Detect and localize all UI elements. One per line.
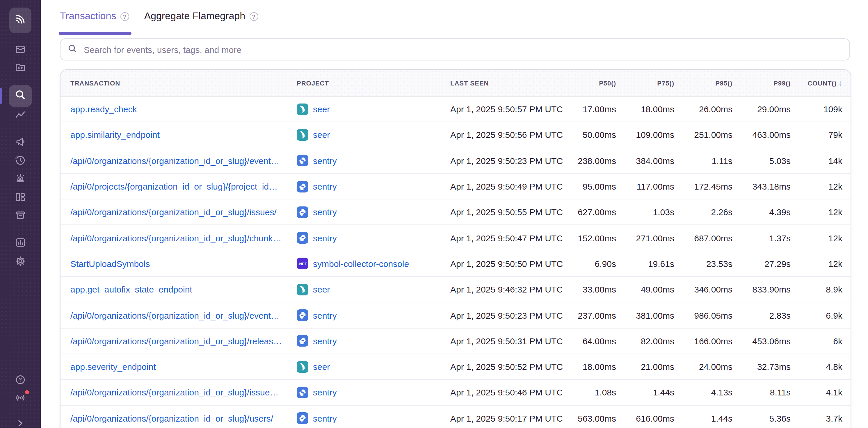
- last-seen-value: Apr 1, 2025 9:50:57 PM UTC: [450, 104, 558, 114]
- project-link[interactable]: seer: [313, 104, 330, 114]
- project-link[interactable]: seer: [313, 362, 330, 371]
- table-row[interactable]: /api/0/organizations/{organization_id_or…: [61, 303, 850, 329]
- transaction-link[interactable]: /api/0/organizations/{organization_id_or…: [70, 207, 277, 217]
- count-value: 12k: [790, 207, 842, 217]
- column-header-project[interactable]: PROJECT: [297, 79, 450, 86]
- tab-aggregate-flamegraph-help-icon[interactable]: ?: [249, 12, 258, 21]
- table-row[interactable]: app.get_autofix_state_endpoint seer Apr …: [61, 277, 850, 303]
- project-link[interactable]: sentry: [313, 413, 337, 423]
- search-input[interactable]: [83, 44, 842, 55]
- sidebar-item-replays[interactable]: [14, 155, 26, 166]
- transaction-link[interactable]: /api/0/organizations/{organization_id_or…: [70, 388, 279, 397]
- project-link[interactable]: seer: [313, 284, 330, 294]
- sidebar-item-help[interactable]: ?: [14, 374, 26, 386]
- tab-aggregate-flamegraph[interactable]: Aggregate Flamegraph ?: [144, 6, 258, 26]
- p50-value: 33.00ms: [558, 284, 616, 294]
- project-link[interactable]: seer: [313, 130, 330, 140]
- table-row[interactable]: /api/0/organizations/{organization_id_or…: [61, 199, 850, 225]
- count-value: 12k: [790, 182, 842, 191]
- sidebar-item-alerts[interactable]: [14, 173, 26, 184]
- project-link[interactable]: symbol-collector-console: [313, 259, 409, 269]
- sentry-logo-button[interactable]: [9, 7, 31, 33]
- column-header-p75[interactable]: P75(): [616, 79, 674, 86]
- sidebar-item-projects[interactable]: [14, 62, 26, 73]
- table-row[interactable]: /api/0/organizations/{organization_id_or…: [61, 148, 850, 174]
- count-value: 6.9k: [790, 310, 842, 320]
- count-value: 4.1k: [790, 388, 842, 397]
- p75-value: 117.00ms: [616, 182, 674, 191]
- megaphone-icon: [14, 136, 26, 148]
- p95-value: 251.00ms: [674, 130, 733, 140]
- column-header-p50[interactable]: P50(): [558, 79, 616, 86]
- table-row[interactable]: /api/0/organizations/{organization_id_or…: [61, 328, 850, 354]
- sidebar-item-insights[interactable]: [14, 237, 26, 248]
- sidebar-item-stats[interactable]: [14, 109, 26, 121]
- transaction-link[interactable]: app.similarity_endpoint: [70, 130, 160, 140]
- project-link[interactable]: sentry: [313, 156, 337, 165]
- table-row[interactable]: /api/0/organizations/{organization_id_or…: [61, 406, 850, 428]
- count-value: 12k: [790, 259, 842, 269]
- sidebar-expand-button[interactable]: [14, 418, 26, 428]
- sidebar-item-releases[interactable]: [14, 209, 26, 221]
- project-link[interactable]: sentry: [313, 182, 337, 191]
- sidebar-item-issues[interactable]: [14, 44, 26, 55]
- transaction-link[interactable]: app.severity_endpoint: [70, 362, 156, 371]
- transactions-table: TRANSACTION PROJECT LAST SEEN P50() P75(…: [60, 69, 851, 428]
- p50-value: 95.00ms: [558, 182, 616, 191]
- column-header-p95[interactable]: P95(): [674, 79, 733, 86]
- sidebar-item-dashboards[interactable]: [14, 191, 26, 203]
- table-row[interactable]: app.similarity_endpoint seer Apr 1, 2025…: [61, 123, 850, 148]
- sidebar-item-feedback[interactable]: [14, 136, 26, 148]
- column-header-last-seen[interactable]: LAST SEEN: [450, 79, 558, 86]
- transaction-link[interactable]: StartUploadSymbols: [70, 259, 150, 269]
- tab-transactions-help-icon[interactable]: ?: [120, 12, 129, 21]
- python-icon: [297, 206, 308, 218]
- search-icon: [67, 43, 78, 56]
- p99-value: 4.39s: [733, 207, 790, 217]
- search-icon: [14, 89, 26, 103]
- project-link[interactable]: sentry: [313, 336, 337, 346]
- transaction-link[interactable]: /api/0/organizations/{organization_id_or…: [70, 310, 280, 320]
- transaction-link[interactable]: app.ready_check: [70, 104, 137, 114]
- p99-value: 343.18ms: [733, 182, 790, 191]
- table-row[interactable]: app.severity_endpoint seer Apr 1, 2025 9…: [61, 354, 850, 380]
- table-row[interactable]: /api/0/organizations/{organization_id_or…: [61, 225, 850, 251]
- sidebar-item-settings[interactable]: [14, 255, 26, 267]
- project-link[interactable]: sentry: [313, 388, 337, 397]
- python-icon: [297, 309, 308, 321]
- column-header-transaction[interactable]: TRANSACTION: [70, 79, 297, 86]
- dotnet-icon: .NET: [297, 258, 308, 269]
- count-value: 6k: [790, 336, 842, 346]
- transaction-link[interactable]: /api/0/organizations/{organization_id_or…: [70, 336, 282, 346]
- p50-value: 18.00ms: [558, 362, 616, 371]
- column-header-count[interactable]: COUNT() ↓: [790, 78, 842, 87]
- p50-value: 64.00ms: [558, 336, 616, 346]
- seer-icon: [297, 129, 308, 141]
- table-row[interactable]: /api/0/projects/{organization_id_or_slug…: [61, 174, 850, 200]
- sidebar-item-whats-new[interactable]: [14, 392, 26, 403]
- transaction-link[interactable]: /api/0/organizations/{organization_id_or…: [70, 156, 280, 165]
- transaction-link[interactable]: app.get_autofix_state_endpoint: [70, 284, 192, 294]
- transaction-link[interactable]: /api/0/projects/{organization_id_or_slug…: [70, 182, 278, 191]
- project-link[interactable]: sentry: [313, 233, 337, 243]
- search-bar[interactable]: [60, 38, 850, 61]
- table-body: app.ready_check seer Apr 1, 2025 9:50:57…: [61, 97, 850, 428]
- p50-value: 17.00ms: [558, 104, 616, 114]
- sidebar-item-explore[interactable]: [9, 85, 32, 107]
- table-row[interactable]: /api/0/organizations/{organization_id_or…: [61, 380, 850, 406]
- tab-transactions[interactable]: Transactions ?: [60, 6, 129, 26]
- app-window: ?: [0, 0, 868, 428]
- transaction-link[interactable]: /api/0/organizations/{organization_id_or…: [70, 233, 282, 243]
- transaction-link[interactable]: /api/0/organizations/{organization_id_or…: [70, 413, 273, 423]
- python-icon: [297, 387, 308, 398]
- p50-value: 1.08s: [558, 388, 616, 397]
- last-seen-value: Apr 1, 2025 9:50:55 PM UTC: [450, 207, 558, 217]
- stats-line-icon: [14, 109, 26, 121]
- project-link[interactable]: sentry: [313, 310, 337, 320]
- table-row[interactable]: StartUploadSymbols .NET symbol-collector…: [61, 251, 850, 277]
- bar-chart-icon: [14, 237, 26, 248]
- count-value: 3.7k: [790, 413, 842, 423]
- project-link[interactable]: sentry: [313, 207, 337, 217]
- column-header-p99[interactable]: P99(): [733, 79, 790, 86]
- table-row[interactable]: app.ready_check seer Apr 1, 2025 9:50:57…: [61, 97, 850, 123]
